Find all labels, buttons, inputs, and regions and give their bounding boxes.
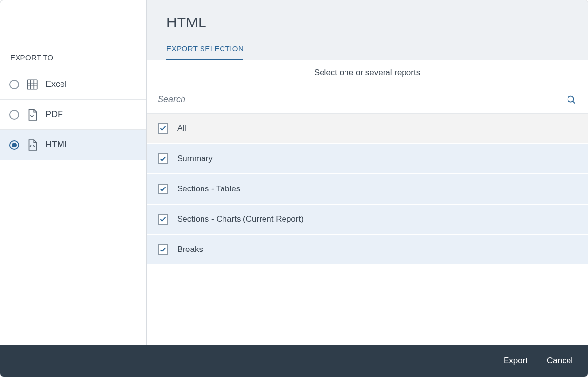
- search-row: [147, 85, 588, 114]
- report-item-summary[interactable]: Summary: [147, 144, 588, 174]
- radio-icon: [9, 140, 19, 150]
- checkbox-icon: [158, 244, 168, 255]
- export-button[interactable]: Export: [504, 356, 527, 366]
- format-option-excel[interactable]: Excel: [0, 69, 146, 100]
- report-item-sections-tables[interactable]: Sections - Tables: [147, 174, 588, 205]
- checkbox-icon: [158, 153, 168, 164]
- report-label: Sections - Charts (Current Report): [177, 214, 304, 224]
- cancel-button[interactable]: Cancel: [547, 356, 573, 366]
- checkbox-icon: [158, 123, 168, 134]
- radio-icon: [9, 110, 19, 120]
- excel-icon: [26, 78, 39, 91]
- main-header: HTML EXPORT SELECTION: [147, 0, 588, 60]
- search-icon[interactable]: [566, 94, 577, 105]
- format-option-pdf[interactable]: PDF: [0, 100, 146, 130]
- dialog-body: EXPORT TO Excel: [0, 0, 588, 345]
- format-label: PDF: [45, 109, 63, 120]
- checkbox-icon: [158, 184, 168, 194]
- main-panel: HTML EXPORT SELECTION Select one or seve…: [147, 0, 588, 345]
- svg-rect-0: [27, 80, 37, 89]
- page-title: HTML: [166, 14, 568, 31]
- sidebar-spacer: [0, 0, 146, 45]
- report-item-breaks[interactable]: Breaks: [147, 235, 588, 265]
- sidebar: EXPORT TO Excel: [0, 0, 147, 345]
- instruction-text: Select one or several reports: [147, 60, 588, 85]
- search-input[interactable]: [158, 94, 566, 105]
- report-label: Sections - Tables: [177, 184, 240, 194]
- format-option-html[interactable]: HTML: [0, 130, 146, 160]
- format-label: Excel: [45, 79, 67, 89]
- dialog-footer: Export Cancel: [0, 345, 588, 377]
- report-item-sections-charts[interactable]: Sections - Charts (Current Report): [147, 205, 588, 235]
- export-dialog: EXPORT TO Excel: [0, 0, 588, 377]
- format-label: HTML: [45, 140, 69, 150]
- checkbox-icon: [158, 214, 168, 225]
- html-icon: [26, 139, 39, 151]
- pdf-icon: [26, 108, 39, 121]
- report-list: All Summary Sections - Tables: [147, 114, 588, 265]
- format-list: Excel PDF: [0, 69, 146, 160]
- radio-icon: [9, 80, 19, 89]
- report-item-all[interactable]: All: [147, 114, 588, 144]
- tab-row: EXPORT SELECTION: [166, 44, 568, 60]
- report-label: Breaks: [177, 245, 203, 254]
- tab-export-selection[interactable]: EXPORT SELECTION: [166, 44, 243, 60]
- svg-line-6: [573, 101, 575, 103]
- sidebar-header: EXPORT TO: [0, 45, 146, 69]
- svg-point-5: [568, 96, 574, 102]
- report-label: Summary: [177, 154, 213, 164]
- report-label: All: [177, 124, 186, 133]
